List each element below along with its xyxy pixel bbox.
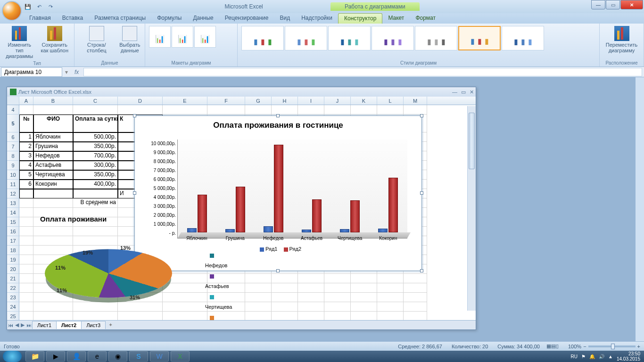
undo-icon[interactable]: ↶: [35, 2, 43, 11]
ribbon-tabs: Главная Вставка Разметка страницы Формул…: [0, 13, 644, 24]
sheet-tab[interactable]: Лист1: [32, 321, 57, 329]
switch-row-column-button[interactable]: Строка/столбец: [77, 25, 116, 54]
ribbon: Изменить тип диаграммы Сохранить как шаб…: [0, 24, 644, 67]
tab-view[interactable]: Вид: [274, 13, 296, 24]
layout-option[interactable]: 📊: [149, 26, 171, 48]
tray-icon[interactable]: 🔔: [589, 354, 595, 359]
chart-title[interactable]: Оплата проживания в гостинице: [135, 116, 421, 135]
tab-review[interactable]: Рецензирование: [219, 13, 274, 24]
ribbon-group-location: Расположение: [603, 60, 641, 66]
child-close-button[interactable]: ✕: [470, 89, 474, 95]
select-data-button[interactable]: Выбрать данные: [118, 25, 142, 54]
layout-option[interactable]: 📊: [172, 26, 193, 48]
maximize-button[interactable]: ▭: [606, 0, 620, 9]
status-ready: Готово: [4, 344, 20, 349]
zoom-out-button[interactable]: −: [583, 344, 586, 349]
ribbon-group-data: Данные: [77, 60, 142, 66]
view-layout-icon[interactable]: ▤: [551, 343, 556, 349]
task-skype-icon[interactable]: S: [129, 351, 148, 362]
office-button[interactable]: [2, 1, 22, 21]
column-headers[interactable]: ABCDEFGHIJKLM: [7, 97, 476, 105]
tab-home[interactable]: Главная: [24, 13, 57, 24]
task-people-icon[interactable]: 👤: [67, 351, 86, 362]
tray-icon[interactable]: 🔊: [599, 354, 604, 359]
lang-indicator[interactable]: RU: [571, 354, 578, 359]
taskbar: 📁 ▶ 👤 e ◉ S W X RU ⚑ 🔔 🔊 ▲ 23:5014.03.20…: [0, 351, 644, 362]
tab-data[interactable]: Данные: [187, 13, 219, 24]
app-vertical-scrollbar[interactable]: [636, 77, 644, 341]
formula-bar: Диаграмма 10 ▾ fx: [0, 67, 644, 77]
redo-icon[interactable]: ↷: [46, 2, 55, 11]
child-minimize-button[interactable]: —: [452, 89, 457, 95]
chart-layouts-gallery[interactable]: 📊 📊 📊: [148, 25, 234, 49]
vertical-scrollbar[interactable]: [467, 106, 476, 311]
tray-icon[interactable]: ▲: [608, 354, 613, 359]
zoom-control[interactable]: 100% − +: [568, 344, 640, 349]
style-option-selected[interactable]: ▮▮▮: [458, 26, 501, 50]
view-pagebreak-icon[interactable]: ▯: [556, 343, 559, 349]
style-option[interactable]: ▮▮▮: [241, 26, 284, 50]
layout-option[interactable]: 📊: [194, 26, 216, 48]
ribbon-group-layouts: Макеты диаграмм: [148, 60, 234, 66]
tab-insert[interactable]: Вставка: [57, 13, 89, 24]
worksheet[interactable]: ABCDEFGHIJKLM 45№ФИООплата за суткиК61Яб…: [7, 97, 476, 320]
tab-chart-layout[interactable]: Макет: [382, 13, 410, 24]
chart-plot-area[interactable]: ЯблочкинГрушинаНефедовАстафьевЧертищеваК…: [177, 140, 407, 239]
tray-icon[interactable]: ⚑: [581, 354, 586, 359]
style-option[interactable]: ▮▮▮: [328, 26, 371, 50]
title-bar: 💾 ↶ ↷ Microsoft Excel Работа с диаграмма…: [0, 0, 644, 13]
task-word-icon[interactable]: W: [150, 351, 169, 362]
sheet-tabs: ⏮ ◀ ▶ ⏭ Лист1 Лист2 Лист3 ✦: [7, 320, 476, 329]
chart-object-pie[interactable]: Оплата проживани 13% 19% 11% 11% 31% Неф…: [21, 212, 210, 320]
context-tab-title: Работа с диаграммами: [330, 2, 420, 11]
sheet-nav-last[interactable]: ⏭: [25, 322, 33, 328]
workbook-window: Лист Microsoft Office Excel.xlsx — ▭ ✕ A…: [7, 87, 476, 330]
sheet-nav-prev[interactable]: ◀: [14, 322, 20, 328]
tab-design[interactable]: Конструктор: [338, 13, 382, 24]
close-button[interactable]: ✕: [620, 0, 643, 9]
workspace: Лист Microsoft Office Excel.xlsx — ▭ ✕ A…: [0, 77, 644, 341]
save-icon[interactable]: 💾: [24, 2, 32, 11]
workbook-title: Лист Microsoft Office Excel.xlsx: [18, 89, 91, 95]
status-bar: Готово Среднее: 2 866,67 Количество: 20 …: [0, 341, 644, 351]
sheet-tab-active[interactable]: Лист2: [56, 321, 82, 329]
tab-format[interactable]: Формат: [410, 13, 441, 24]
formula-input[interactable]: [83, 68, 642, 76]
tab-layout[interactable]: Разметка страницы: [89, 13, 151, 24]
style-option[interactable]: ▮▮▮: [372, 26, 414, 50]
workbook-titlebar[interactable]: Лист Microsoft Office Excel.xlsx — ▭ ✕: [7, 87, 476, 97]
clock[interactable]: 23:5014.03.2015: [617, 351, 640, 362]
pie-title: Оплата проживани: [21, 212, 210, 226]
app-title: Microsoft Excel: [224, 3, 263, 10]
ribbon-group-type: Тип: [3, 61, 71, 66]
pie-legend: Нефедов Астафьев Чертищева Кокорин: [205, 250, 232, 320]
view-normal-icon[interactable]: ▦: [546, 343, 551, 349]
tab-formulas[interactable]: Формулы: [151, 13, 187, 24]
zoom-in-button[interactable]: +: [637, 344, 640, 349]
system-tray[interactable]: RU ⚑ 🔔 🔊 ▲ 23:5014.03.2015: [571, 351, 644, 362]
task-excel-icon[interactable]: X: [171, 351, 190, 362]
change-chart-type-button[interactable]: Изменить тип диаграммы: [3, 25, 36, 60]
new-sheet-button[interactable]: ✦: [106, 322, 116, 328]
task-ie-icon[interactable]: e: [88, 351, 107, 362]
fx-icon[interactable]: fx: [70, 69, 83, 75]
task-media-icon[interactable]: ▶: [46, 351, 65, 362]
start-button[interactable]: [3, 351, 22, 362]
tab-addins[interactable]: Надстройки: [296, 13, 338, 24]
chart-styles-gallery[interactable]: ▮▮▮ ▮▮▮ ▮▮▮ ▮▮▮ ▮▮▮ ▮▮▮ ▮▮▮: [240, 25, 596, 51]
style-option[interactable]: ▮▮▮: [285, 26, 327, 50]
ribbon-group-styles: Стили диаграмм: [240, 60, 596, 66]
style-option[interactable]: ▮▮▮: [502, 26, 544, 50]
save-as-template-button[interactable]: Сохранить как шаблон: [38, 25, 72, 54]
horizontal-scrollbar[interactable]: [125, 322, 476, 329]
move-chart-button[interactable]: Переместить диаграмму: [603, 25, 641, 54]
sheet-nav-first[interactable]: ⏮: [7, 322, 14, 328]
sheet-nav-next[interactable]: ▶: [20, 322, 25, 328]
child-maximize-button[interactable]: ▭: [461, 89, 466, 95]
style-option[interactable]: ▮▮▮: [415, 26, 457, 50]
task-explorer-icon[interactable]: 📁: [25, 351, 44, 362]
task-chrome-icon[interactable]: ◉: [108, 351, 127, 362]
name-box[interactable]: Диаграмма 10: [1, 67, 62, 77]
minimize-button[interactable]: —: [591, 0, 605, 9]
sheet-tab[interactable]: Лист3: [81, 321, 106, 329]
